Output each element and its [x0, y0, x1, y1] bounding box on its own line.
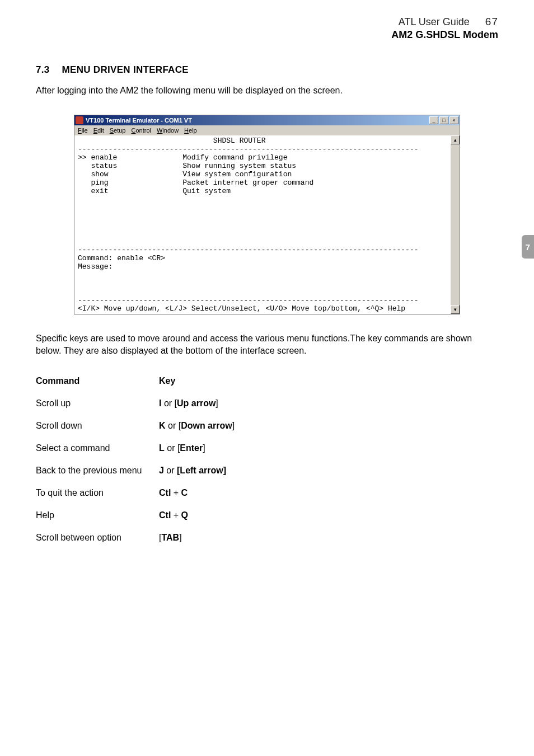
- chapter-tab: 7: [522, 235, 534, 259]
- section-number: 7.3: [36, 64, 50, 76]
- terminal-title: VT100 Terminal Emulator - COM1 VT: [86, 118, 192, 124]
- minimize-icon[interactable]: _: [429, 116, 438, 124]
- terminal-window: VT100 Terminal Emulator - COM1 VT _ □ × …: [74, 115, 460, 314]
- close-icon[interactable]: ×: [449, 116, 458, 124]
- guide-title: ATL User Guide: [399, 16, 470, 28]
- intro-paragraph: After logging into the AM2 the following…: [36, 86, 498, 96]
- product-name: AM2 G.SHDSL Modem: [36, 29, 498, 41]
- key-cell: J or [Left arrow]: [159, 466, 498, 476]
- menu-setup[interactable]: Setup: [110, 128, 126, 134]
- command-cell: Back to the previous menu: [36, 466, 159, 476]
- table-row: Back to the previous menuJ or [Left arro…: [36, 459, 498, 482]
- key-cell: [TAB]: [159, 533, 498, 543]
- table-row: Scroll upI or [Up arrow]: [36, 392, 498, 415]
- command-cell: Scroll up: [36, 398, 159, 408]
- key-cell: K or [Down arrow]: [159, 421, 498, 431]
- scrollbar[interactable]: ▴ ▾: [451, 135, 460, 314]
- command-cell: Select a command: [36, 443, 159, 453]
- scroll-up-icon[interactable]: ▴: [451, 135, 460, 144]
- command-cell: Help: [36, 510, 159, 520]
- table-row: Scroll downK or [Down arrow]: [36, 415, 498, 437]
- table-row: HelpCtl + Q: [36, 504, 498, 527]
- terminal-body: SHDSL ROUTER ---------------------------…: [74, 135, 451, 314]
- section-heading: 7.3 MENU DRIVEN INTERFACE: [36, 64, 498, 76]
- scroll-down-icon[interactable]: ▾: [451, 305, 460, 314]
- table-header-row: Command Key: [36, 370, 498, 392]
- app-icon: [76, 116, 83, 124]
- menu-window[interactable]: Window: [157, 128, 179, 134]
- header-key: Key: [159, 376, 498, 386]
- after-screen-paragraph: Specific keys are used to move around an…: [36, 332, 498, 356]
- key-cell: L or [Enter]: [159, 443, 498, 453]
- menu-control[interactable]: Control: [131, 128, 151, 134]
- section-title: MENU DRIVEN INTERFACE: [62, 64, 189, 76]
- table-row: Select a commandL or [Enter]: [36, 437, 498, 459]
- table-row: Scroll between option[TAB]: [36, 527, 498, 549]
- command-cell: Scroll between option: [36, 533, 159, 543]
- key-cell: Ctl + C: [159, 488, 498, 498]
- table-row: To quit the actionCtl + C: [36, 482, 498, 504]
- key-cell: I or [Up arrow]: [159, 398, 498, 408]
- terminal-titlebar: VT100 Terminal Emulator - COM1 VT _ □ ×: [74, 115, 460, 125]
- header-command: Command: [36, 376, 159, 386]
- maximize-icon[interactable]: □: [439, 116, 448, 124]
- menu-help[interactable]: Help: [184, 128, 197, 134]
- menu-file[interactable]: File: [78, 128, 88, 134]
- window-controls: _ □ ×: [429, 116, 458, 124]
- page-number: 67: [485, 16, 498, 28]
- command-cell: Scroll down: [36, 421, 159, 431]
- menu-edit[interactable]: Edit: [93, 128, 104, 134]
- key-cell: Ctl + Q: [159, 510, 498, 520]
- terminal-menubar: File Edit Setup Control Window Help: [74, 125, 460, 135]
- command-cell: To quit the action: [36, 488, 159, 498]
- page-header: ATL User Guide 67: [36, 16, 498, 28]
- command-key-table: Command Key Scroll upI or [Up arrow]Scro…: [36, 370, 498, 549]
